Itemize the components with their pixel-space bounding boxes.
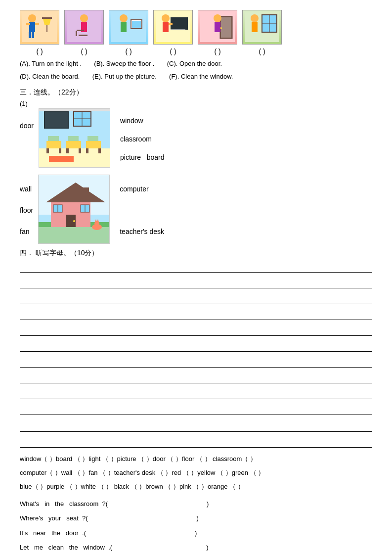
section-6: What's in the classroom ?( ) Where's you… xyxy=(20,498,372,555)
image-4 xyxy=(153,10,193,45)
svg-point-37 xyxy=(251,14,259,22)
paren-4: ( ) xyxy=(153,47,193,55)
svg-rect-24 xyxy=(163,22,169,32)
svg-point-17 xyxy=(120,14,128,22)
svg-rect-7 xyxy=(42,17,52,19)
writing-line-8 xyxy=(20,371,372,383)
words-row-2: computer（ ）wall （ ）fan （ ）teacher's desk… xyxy=(20,466,372,479)
writing-line-4 xyxy=(20,308,372,320)
svg-rect-50 xyxy=(59,148,61,153)
svg-rect-4 xyxy=(35,23,39,25)
section-3: 三．连线。（22分） (1) door xyxy=(20,88,372,244)
words-row-1: window（ ）board （ ）light （ ）picture （ ）do… xyxy=(20,453,372,465)
svg-rect-52 xyxy=(79,148,81,153)
svg-point-1 xyxy=(28,14,36,22)
svg-rect-15 xyxy=(79,35,87,36)
paren-2: ( ) xyxy=(64,47,104,55)
svg-rect-3 xyxy=(26,23,30,25)
right-words-2: computer teacher's desk xyxy=(120,175,164,244)
image-5 xyxy=(198,10,237,45)
sentence-1: What's in the classroom ?( ) xyxy=(20,498,372,509)
svg-rect-47 xyxy=(66,141,81,148)
svg-rect-53 xyxy=(86,148,88,153)
svg-rect-29 xyxy=(221,17,231,38)
image-6 xyxy=(242,10,282,45)
svg-rect-58 xyxy=(49,156,74,162)
section3-header: 三．连线。（22分） xyxy=(20,88,372,97)
svg-rect-54 xyxy=(98,148,101,153)
section4-header: 四． 听写字母。（10分） xyxy=(20,249,372,258)
options-row-1: (A). Turn on the light . (B). Sweep the … xyxy=(20,57,372,70)
svg-point-67 xyxy=(73,220,75,222)
paren-3: ( ) xyxy=(109,47,148,55)
svg-rect-46 xyxy=(46,141,61,148)
parens-row: ( ) ( ) ( ) ( ) ( ) ( ) xyxy=(20,47,372,55)
writing-line-11 xyxy=(20,420,372,432)
svg-rect-9 xyxy=(46,25,47,32)
lianxian-1: door xyxy=(20,108,372,168)
svg-point-31 xyxy=(214,14,221,22)
paren-5: ( ) xyxy=(198,47,237,55)
svg-rect-38 xyxy=(252,22,258,32)
svg-rect-55 xyxy=(48,136,59,141)
svg-point-73 xyxy=(94,221,99,226)
writing-line-9 xyxy=(20,387,372,399)
svg-point-23 xyxy=(162,14,170,22)
right-words-1: window classroom picture board xyxy=(120,108,165,168)
svg-rect-76 xyxy=(83,187,89,197)
writing-line-3 xyxy=(20,292,372,304)
paren-6: ( ) xyxy=(242,47,282,55)
writing-line-12 xyxy=(20,436,372,448)
writing-line-5 xyxy=(20,324,372,336)
svg-point-11 xyxy=(80,14,88,22)
svg-rect-6 xyxy=(32,32,34,38)
image-3 xyxy=(109,10,148,45)
writing-line-10 xyxy=(20,403,372,415)
sentence-2: Where's your seat ?( ) xyxy=(20,512,372,524)
writing-lines xyxy=(20,261,372,448)
sentence-4: Let me clean the window .( ) xyxy=(20,542,372,553)
lianxian-2: wall floor fan xyxy=(20,175,372,244)
section-4: 四． 听写字母。（10分） xyxy=(20,249,372,448)
section-5: window（ ）board （ ）light （ ）picture （ ）do… xyxy=(20,453,372,493)
svg-rect-57 xyxy=(87,136,98,141)
words-row-3: blue（ ）purple （ ）white （ ） black （ ）brow… xyxy=(20,480,372,493)
svg-rect-59 xyxy=(39,109,110,111)
svg-rect-48 xyxy=(86,141,101,148)
options-row-2: (D). Clean the board. (E). Put up the pi… xyxy=(20,70,372,83)
svg-rect-56 xyxy=(68,136,79,141)
writing-line-7 xyxy=(20,356,372,368)
svg-rect-51 xyxy=(66,148,69,153)
left-words-2: wall floor fan xyxy=(20,175,33,244)
classroom-image xyxy=(39,108,110,168)
left-words-1: door xyxy=(20,108,34,168)
svg-rect-22 xyxy=(171,17,188,30)
sub1-label: (1) xyxy=(20,100,372,107)
paren-1: ( ) xyxy=(20,47,59,55)
writing-line-2 xyxy=(20,277,372,288)
image-1 xyxy=(20,10,59,45)
svg-rect-25 xyxy=(169,23,173,25)
svg-rect-0 xyxy=(22,12,57,42)
svg-rect-14 xyxy=(76,31,77,36)
writing-line-6 xyxy=(20,340,372,352)
svg-rect-18 xyxy=(121,22,127,32)
images-row xyxy=(20,10,372,45)
sentence-3: It's near the door .( ) xyxy=(20,527,372,539)
writing-line-1 xyxy=(20,261,372,273)
svg-rect-32 xyxy=(215,22,220,32)
svg-rect-20 xyxy=(132,21,141,28)
options-section: (A). Turn on the light . (B). Sweep the … xyxy=(20,57,372,83)
svg-rect-42 xyxy=(45,112,68,128)
svg-rect-5 xyxy=(29,32,31,38)
svg-rect-13 xyxy=(77,30,84,31)
svg-rect-49 xyxy=(46,148,49,153)
house-image xyxy=(38,175,110,244)
image-2 xyxy=(64,10,104,45)
